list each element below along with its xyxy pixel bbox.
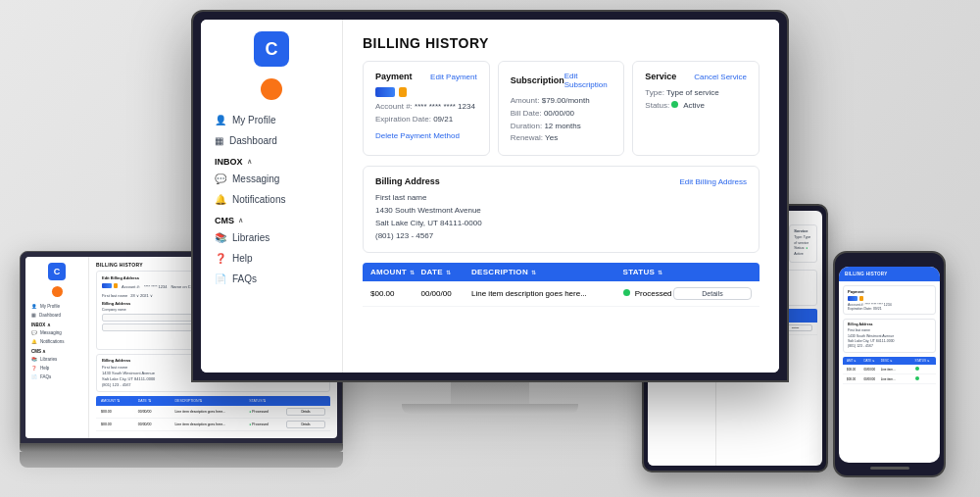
laptop-faq-icon: 📄	[31, 374, 37, 379]
faq-icon: 📄	[215, 273, 226, 284]
sidebar-item-faqs[interactable]: 📄 FAQs	[201, 269, 342, 289]
renewal-label: Renewal:	[511, 133, 543, 142]
laptop-nav-help[interactable]: ❓ Help	[25, 364, 88, 373]
cancel-service-link[interactable]: Cancel Service	[694, 73, 747, 81]
sidebar-item-libraries[interactable]: 📚 Libraries	[201, 227, 342, 248]
inbox-chevron-icon: ∧	[247, 158, 252, 166]
sidebar-item-my-profile[interactable]: 👤 My Profile	[201, 110, 342, 130]
laptop-nav-my-profile[interactable]: 👤 My Profile	[25, 302, 88, 311]
desktop-logo: C	[254, 31, 289, 67]
subscription-card-title-row: Subscription Edit Subscription	[511, 72, 612, 89]
laptop-visa-stripe	[114, 283, 118, 288]
amount-label: Amount:	[511, 96, 540, 105]
phone-row-amount: $00.00	[847, 368, 863, 372]
laptop-nav-notifications[interactable]: 🔔 Notifications	[25, 337, 88, 346]
desktop-monitor: C 👤 My Profile ▦ Dashboard INBOX ∧	[191, 10, 789, 414]
amount-sort-icon[interactable]: ⇅	[410, 269, 415, 275]
service-card: Service Cancel Service Type: Type of ser…	[632, 61, 760, 156]
laptop-help-icon: ❓	[31, 366, 37, 371]
details-button[interactable]: Details	[673, 287, 752, 300]
status-sort-icon[interactable]: ⇅	[658, 269, 662, 275]
status-row: Status: Active	[645, 100, 747, 113]
delete-payment-link[interactable]: Delete Payment Method	[375, 130, 477, 143]
laptop-notifications-label: Notifications	[40, 339, 65, 344]
laptop-row2-amount: $00.00	[101, 422, 138, 426]
phone-row2-amount: $00.00	[847, 377, 863, 381]
laptop-keyboard	[20, 452, 343, 468]
payment-card-title: Payment	[375, 72, 413, 81]
tablet-type-label: Type:	[794, 235, 803, 239]
billing-address-section: Billing Address Edit Billing Address Fir…	[363, 166, 760, 253]
sidebar-item-dashboard[interactable]: ▦ Dashboard	[201, 130, 342, 151]
duration-row: Duration: 12 months	[511, 121, 612, 133]
laptop-base	[20, 444, 343, 468]
col-date-header: DATE ⇅	[421, 268, 472, 276]
phone-visa-stripe	[859, 296, 863, 301]
expiry-row: Expiration Date: 09/21	[375, 114, 477, 126]
amount-row: Amount: $79.00/month	[511, 95, 612, 108]
billing-address-body: First last name 1430 South Westmont Aven…	[375, 192, 747, 242]
type-value: Type of service	[666, 88, 719, 97]
service-card-title-row: Service Cancel Service	[645, 72, 747, 81]
col-status-header: STATUS ⇅	[623, 268, 674, 276]
duration-value: 12 months	[544, 122, 580, 130]
inbox-label: INBOX	[215, 157, 243, 167]
laptop-sidebar: C 👤 My Profile ▦ Dashboard INBOX ∧ 💬	[25, 257, 89, 438]
sidebar-item-help[interactable]: ❓ Help	[201, 248, 342, 269]
desc-sort-icon[interactable]: ⇅	[531, 269, 536, 275]
expiry-value: 09/21	[433, 115, 453, 124]
sidebar-cms-section: CMS ∧	[201, 210, 342, 227]
dashboard-label: Dashboard	[229, 135, 277, 146]
service-status-value: Active	[683, 101, 705, 110]
laptop-visa-chip	[102, 283, 118, 288]
expiry-label: Expiration Date:	[375, 115, 431, 124]
laptop-cms-section: CMS ∧	[25, 346, 88, 355]
visa-stripe	[399, 87, 407, 97]
billing-street: 1430 South Westmont Avenue	[375, 205, 747, 218]
laptop-nav-libraries[interactable]: 📚 Libraries	[25, 355, 88, 364]
service-status-label: Status:	[645, 101, 669, 110]
row-status-dot-icon	[623, 289, 630, 296]
laptop-messaging-label: Messaging	[40, 330, 62, 335]
laptop-libraries-label: Libraries	[40, 357, 57, 362]
laptop-table-row-2: $00.00 00/00/00 Line item description go…	[96, 419, 330, 431]
tablet-status-dot-icon: ●	[806, 246, 808, 250]
screen-inner: C 👤 My Profile ▦ Dashboard INBOX ∧	[201, 20, 779, 373]
phone-addr-phone: (801) 123 - 4567	[848, 344, 931, 349]
billing-table: AMOUNT ⇅ DATE ⇅ DESCRIPTION ⇅ STATUS ⇅ $…	[363, 263, 760, 307]
phone-row2-desc: Line item...	[881, 377, 915, 381]
laptop-nav-dashboard[interactable]: ▦ Dashboard	[25, 311, 88, 320]
payment-card-title-row: Payment Edit Payment	[375, 72, 477, 81]
billing-address-title: Billing Address	[375, 176, 440, 186]
phone-table-header: AMT ⇅ DATE ⇅ DESC ⇅ STATUS ⇅	[843, 357, 936, 365]
row-description: Line item description goes here...	[471, 289, 623, 298]
bill-date-row: Bill Date: 00/00/00	[511, 108, 612, 121]
sidebar-inbox-section: INBOX ∧	[201, 151, 342, 169]
service-status-dot-icon	[671, 101, 678, 108]
phone-billing-address: Billing Address First last name 1430 Sou…	[843, 319, 936, 353]
laptop-col-date: DATE ⇅	[138, 399, 175, 403]
phone-notch	[875, 259, 905, 264]
laptop-status-dot-2-icon: ●	[249, 422, 251, 426]
laptop-nav-faqs[interactable]: 📄 FAQs	[25, 373, 88, 381]
renewal-row: Renewal: Yes	[511, 132, 612, 145]
monitor-base	[402, 404, 578, 414]
duration-label: Duration:	[511, 122, 542, 130]
edit-payment-link[interactable]: Edit Payment	[430, 73, 477, 81]
laptop-row2-status: ● Processed	[249, 422, 286, 426]
laptop-details-button-2[interactable]: Details	[286, 421, 325, 428]
row-date: 00/00/00	[421, 289, 472, 298]
edit-billing-address-link[interactable]: Edit Billing Address	[680, 177, 747, 186]
date-sort-icon[interactable]: ⇅	[446, 269, 451, 275]
phone-payment-card: Payment Account #: **** **** **** 1234 E…	[843, 285, 936, 315]
monitor-stand	[191, 382, 789, 414]
monitor-screen: C 👤 My Profile ▦ Dashboard INBOX ∧	[201, 20, 779, 373]
sidebar-item-notifications[interactable]: 🔔 Notifications	[201, 189, 342, 210]
service-card-body: Type: Type of service Status: Active	[645, 87, 747, 113]
billing-title: BILLING HISTORY	[343, 20, 779, 61]
laptop-hinge	[20, 444, 343, 452]
sidebar-item-messaging[interactable]: 💬 Messaging	[201, 169, 342, 189]
edit-subscription-link[interactable]: Edit Subscription	[564, 72, 612, 89]
phone-wrapper: BILLING HISTORY Payment Account #: **** …	[833, 251, 946, 477]
laptop-nav-messaging[interactable]: 💬 Messaging	[25, 328, 88, 337]
